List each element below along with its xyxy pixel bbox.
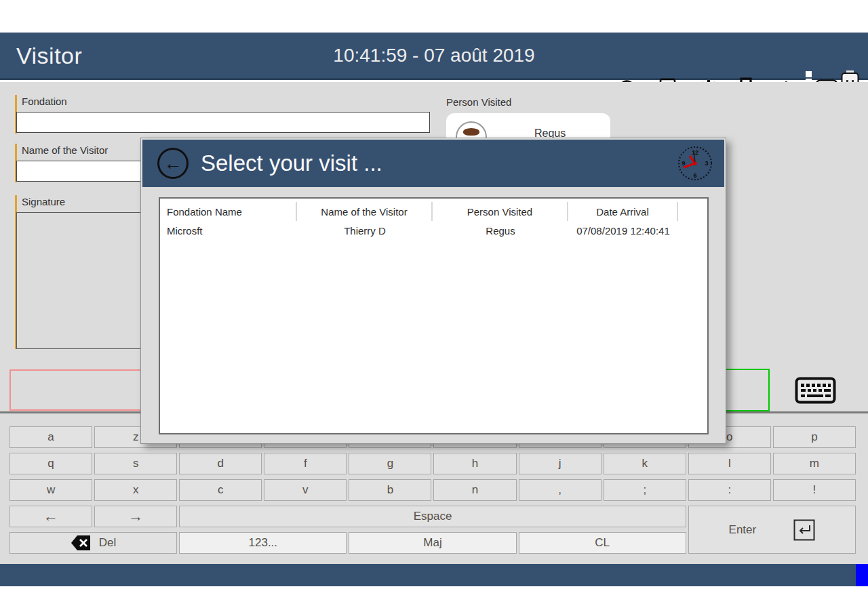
visit-row-date-arrival: 07/08/2019 12:40:41 bbox=[568, 221, 678, 240]
key-p[interactable]: p bbox=[773, 426, 856, 448]
person-visited-label: Person Visited bbox=[446, 96, 511, 108]
svg-text:6: 6 bbox=[693, 172, 696, 179]
visitor-kiosk-screen: Visitor 10:41:59 - 07 août 2019 bbox=[0, 0, 868, 610]
key-x[interactable]: x bbox=[94, 479, 177, 501]
key-j[interactable]: j bbox=[519, 453, 601, 474]
keyboard-toggle-button[interactable] bbox=[795, 377, 836, 404]
fondation-input[interactable] bbox=[16, 112, 430, 133]
key-n[interactable]: n bbox=[433, 479, 516, 501]
enter-return-icon bbox=[793, 519, 815, 541]
datetime-display: 10:41:59 - 07 août 2019 bbox=[333, 45, 534, 66]
key-c[interactable]: c bbox=[179, 479, 262, 501]
key-f[interactable]: f bbox=[264, 453, 347, 474]
column-header-fondation[interactable]: Fondation Name bbox=[160, 202, 297, 221]
delete-label: Del bbox=[99, 536, 117, 550]
visit-list-header: Fondation Name Name of the Visitor Perso… bbox=[160, 202, 707, 221]
signature-label: Signature bbox=[22, 196, 65, 207]
status-square bbox=[806, 71, 812, 77]
column-header-person-visited[interactable]: Person Visited bbox=[433, 202, 568, 221]
key-comma[interactable]: , bbox=[519, 479, 601, 501]
key-q[interactable]: q bbox=[9, 453, 92, 474]
fondation-label: Fondation bbox=[22, 96, 67, 107]
svg-text:12: 12 bbox=[692, 149, 698, 156]
key-s[interactable]: s bbox=[94, 453, 177, 474]
onscreen-keyboard: a z e r t y u i o p q s d f g h j k l m … bbox=[9, 426, 856, 554]
key-numbers[interactable]: 123... bbox=[179, 532, 347, 554]
select-visit-dialog-header: ← Select your visit ... 12 3 6 9 bbox=[142, 140, 724, 187]
key-colon[interactable]: : bbox=[688, 479, 771, 501]
enter-label: Enter bbox=[729, 523, 757, 537]
key-h[interactable]: h bbox=[433, 453, 516, 474]
key-arrow-right[interactable]: → bbox=[94, 506, 177, 527]
key-g[interactable]: g bbox=[349, 453, 431, 474]
back-button[interactable]: ← bbox=[157, 148, 189, 179]
key-delete[interactable]: Del bbox=[9, 532, 177, 554]
key-arrow-left[interactable]: ← bbox=[9, 506, 92, 527]
key-semicolon[interactable]: ; bbox=[604, 479, 686, 501]
keyboard-icon bbox=[795, 377, 836, 404]
visit-list: Fondation Name Name of the Visitor Perso… bbox=[159, 197, 709, 434]
visit-row-fondation: Microsft bbox=[160, 221, 297, 240]
svg-text:9: 9 bbox=[682, 160, 685, 167]
visit-row-visitor-name: Thierry D bbox=[297, 221, 433, 240]
visit-row-person-visited: Regus bbox=[433, 221, 568, 240]
select-visit-dialog: ← Select your visit ... 12 3 6 9 Fondati… bbox=[140, 138, 726, 444]
backspace-icon bbox=[71, 535, 91, 551]
key-d[interactable]: d bbox=[179, 453, 262, 474]
key-m[interactable]: m bbox=[773, 453, 856, 474]
page-title: Visitor bbox=[16, 42, 82, 68]
dialog-title: Select your visit ... bbox=[201, 150, 382, 176]
key-k[interactable]: k bbox=[604, 453, 686, 474]
key-a[interactable]: a bbox=[9, 426, 92, 448]
key-b[interactable]: b bbox=[349, 479, 431, 501]
key-exclamation[interactable]: ! bbox=[773, 479, 856, 501]
svg-text:3: 3 bbox=[705, 160, 708, 167]
key-space[interactable]: Espace bbox=[179, 506, 686, 527]
key-enter[interactable]: Enter bbox=[688, 506, 856, 554]
visitor-name-label: Name of the Visitor bbox=[22, 144, 108, 156]
visit-row[interactable]: Microsft Thierry D Regus 07/08/2019 12:4… bbox=[160, 221, 707, 240]
column-header-visitor-name[interactable]: Name of the Visitor bbox=[297, 202, 433, 221]
avatar-hair bbox=[463, 128, 479, 136]
key-w[interactable]: w bbox=[9, 479, 92, 501]
column-header-date-arrival[interactable]: Date Arrival bbox=[568, 202, 678, 221]
footer-bar bbox=[0, 564, 868, 586]
key-clear[interactable]: CL bbox=[519, 532, 686, 554]
back-arrow-icon: ← bbox=[164, 150, 182, 177]
app-header: Visitor 10:41:59 - 07 août 2019 bbox=[0, 33, 868, 80]
clock-icon: 12 3 6 9 bbox=[677, 145, 713, 182]
key-l[interactable]: l bbox=[688, 453, 771, 474]
footer-blue-square bbox=[856, 564, 868, 586]
key-v[interactable]: v bbox=[264, 479, 347, 501]
key-shift-maj[interactable]: Maj bbox=[349, 532, 516, 554]
